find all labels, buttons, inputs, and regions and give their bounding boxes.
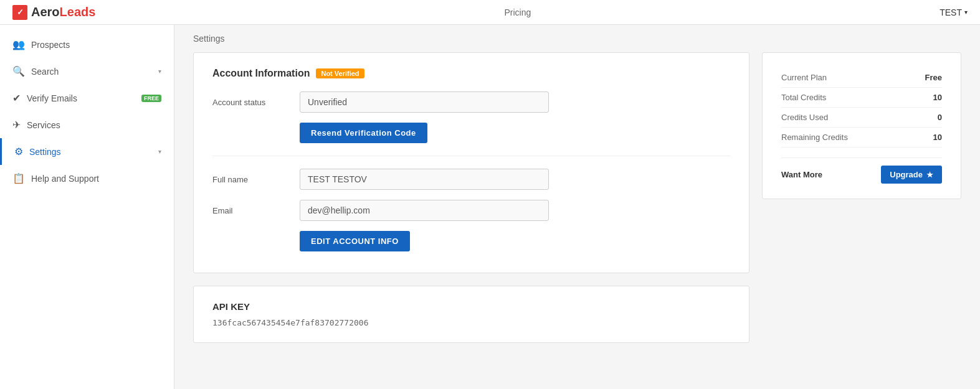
sidebar-label-help: Help and Support — [31, 174, 161, 184]
sidebar-label-settings: Settings — [29, 147, 152, 157]
divider — [212, 156, 730, 156]
free-badge: FREE — [141, 95, 161, 102]
account-info-title: Account Information Not Verified — [212, 68, 730, 79]
upgrade-button[interactable]: Upgrade ★ — [881, 166, 942, 184]
user-label: TEST — [940, 7, 962, 17]
sidebar-item-verify-emails[interactable]: ✔ Verify Emails FREE — [0, 85, 174, 111]
credits-used-value: 0 — [938, 113, 942, 122]
sidebar-label-services: Services — [27, 120, 161, 130]
total-credits-row: Total Credits 10 — [781, 88, 942, 108]
content-area: Account Information Not Verified Account… — [174, 52, 980, 374]
account-status-input — [300, 91, 549, 113]
pricing-link[interactable]: Pricing — [504, 7, 531, 17]
info-panel: Current Plan Free Total Credits 10 Credi… — [762, 52, 961, 355]
topnav: ✓ AeroLeads Pricing TEST ▾ — [0, 0, 980, 25]
sidebar: 👥 Prospects 🔍 Search ▾ ✔ Verify Emails F… — [0, 25, 174, 389]
sidebar-label-prospects: Prospects — [31, 40, 161, 50]
email-group: Email — [212, 200, 730, 221]
api-key-card: API KEY 136fcac567435454e7faf83702772006 — [193, 286, 749, 343]
upgrade-star-icon: ★ — [926, 171, 933, 179]
logo: ✓ AeroLeads — [12, 5, 95, 20]
api-key-value: 136fcac567435454e7faf83702772006 — [212, 318, 730, 327]
sidebar-item-search[interactable]: 🔍 Search ▾ — [0, 58, 174, 85]
want-more-label: Want More — [781, 170, 822, 179]
verify-icon: ✔ — [12, 92, 21, 104]
full-name-label: Full name — [212, 175, 287, 184]
prospects-icon: 👥 — [12, 39, 25, 50]
sidebar-item-help[interactable]: 📋 Help and Support — [0, 165, 174, 192]
upgrade-label: Upgrade — [890, 170, 923, 179]
sidebar-item-services[interactable]: ✈ Services — [0, 111, 174, 138]
sidebar-item-prospects[interactable]: 👥 Prospects — [0, 31, 174, 58]
total-credits-label: Total Credits — [781, 93, 826, 102]
edit-account-button[interactable]: EDIT ACCOUNT INFO — [300, 231, 410, 251]
logo-text: AeroLeads — [31, 5, 95, 19]
email-label: Email — [212, 206, 287, 215]
resend-verification-button[interactable]: Resend Verification Code — [300, 123, 427, 143]
account-status-label: Account status — [212, 98, 287, 107]
search-arrow-icon: ▾ — [158, 68, 161, 75]
total-credits-value: 10 — [933, 93, 942, 102]
full-name-input[interactable] — [300, 169, 549, 190]
main-content: Settings Account Information Not Verifie… — [174, 25, 980, 389]
user-dropdown-arrow: ▾ — [964, 9, 968, 16]
current-plan-row: Current Plan Free — [781, 68, 942, 88]
breadcrumb: Settings — [174, 25, 980, 52]
credits-used-row: Credits Used 0 — [781, 108, 942, 128]
remaining-credits-label: Remaining Credits — [781, 133, 848, 142]
credits-used-label: Credits Used — [781, 113, 828, 122]
not-verified-badge: Not Verified — [316, 68, 364, 78]
topnav-center: Pricing — [504, 7, 531, 17]
account-info-card: Account Information Not Verified Account… — [193, 52, 749, 273]
edit-account-row: EDIT ACCOUNT INFO — [300, 231, 730, 251]
current-plan-value: Free — [925, 73, 942, 82]
settings-panel: Account Information Not Verified Account… — [193, 52, 749, 355]
sidebar-label-verify: Verify Emails — [27, 93, 133, 103]
services-icon: ✈ — [12, 119, 21, 131]
api-key-title: API KEY — [212, 301, 730, 312]
resend-row: Resend Verification Code — [300, 123, 730, 143]
sidebar-item-settings[interactable]: ⚙ Settings ▾ — [0, 138, 174, 165]
settings-icon: ⚙ — [14, 146, 23, 157]
search-icon: 🔍 — [12, 65, 25, 77]
settings-arrow-icon: ▾ — [158, 148, 161, 155]
help-icon: 📋 — [12, 172, 25, 184]
want-more-row: Want More Upgrade ★ — [781, 157, 942, 184]
plan-info-card: Current Plan Free Total Credits 10 Credi… — [762, 52, 961, 199]
layout: 👥 Prospects 🔍 Search ▾ ✔ Verify Emails F… — [0, 25, 980, 389]
logo-icon: ✓ — [12, 5, 27, 20]
account-status-group: Account status — [212, 91, 730, 113]
remaining-credits-row: Remaining Credits 10 — [781, 128, 942, 148]
full-name-group: Full name — [212, 169, 730, 190]
remaining-credits-value: 10 — [933, 133, 942, 142]
email-input[interactable] — [300, 200, 549, 221]
user-menu[interactable]: TEST ▾ — [940, 7, 968, 17]
sidebar-label-search: Search — [31, 67, 152, 77]
current-plan-label: Current Plan — [781, 73, 827, 82]
